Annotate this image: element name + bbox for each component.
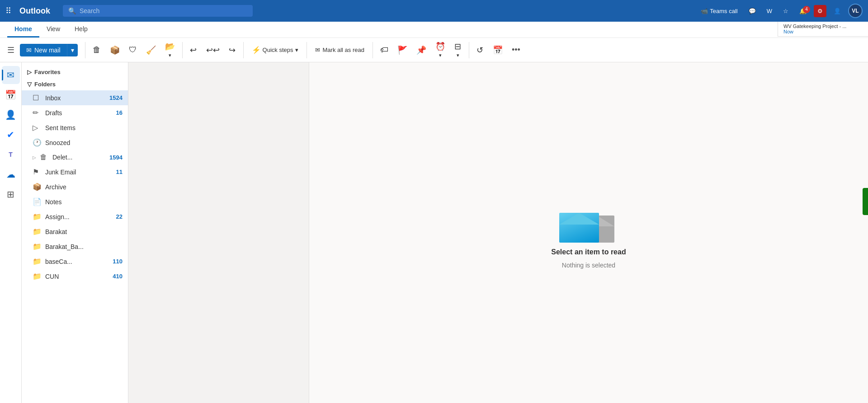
deleted-expand-icon: ▷ (33, 155, 36, 160)
flag-btn[interactable]: 🚩 (394, 43, 411, 57)
folder-cun[interactable]: 📁 CUN 410 (22, 269, 128, 284)
envelope-front (559, 213, 599, 243)
favorites-label: Favorites (34, 69, 61, 75)
feedback-icon: ☆ (783, 8, 788, 14)
sweep-icon: 🧹 (146, 45, 156, 55)
delete-icon: 🗑 (93, 45, 101, 55)
folder-assign[interactable]: 📁 Assign... 22 (22, 209, 128, 224)
more-options-btn[interactable]: ••• (508, 43, 524, 56)
undo-btn[interactable]: ↩ (186, 43, 201, 57)
avatar[interactable]: VL (848, 4, 863, 18)
inbox-icon: ☐ (33, 94, 42, 102)
nav-calendar[interactable]: 📅 (2, 86, 20, 104)
notifications-btn[interactable]: 🔔 4 (796, 6, 810, 16)
favorites-section[interactable]: ▷ Favorites (22, 66, 128, 78)
search-input[interactable] (80, 7, 247, 14)
calendar-add-btn[interactable]: 📅 (489, 43, 506, 57)
new-mail-main[interactable]: ✉ New mail (20, 44, 67, 56)
barakat-icon: 📁 (33, 227, 42, 236)
folder-sent[interactable]: ▷ Sent Items (22, 120, 128, 135)
filter-icon: ⊟ (454, 42, 461, 52)
snoozed-folder-icon: 🕐 (33, 138, 42, 147)
folder-deleted-count: 1594 (109, 154, 123, 161)
move-to-btn[interactable]: 📂 ▾ (161, 40, 179, 60)
user-status-btn[interactable]: 👤 (830, 6, 844, 16)
assign-icon: 📁 (33, 212, 42, 221)
notes-icon: 📄 (33, 197, 42, 206)
mark-all-read-btn[interactable]: ✉ Mark all as read (311, 45, 369, 55)
folder-archive[interactable]: 📦 Archive (22, 179, 128, 194)
nav-teams[interactable]: T (2, 145, 20, 164)
folder-deleted[interactable]: ▷ 🗑 Delet... 1594 (22, 150, 128, 164)
app-grid-icon[interactable]: ⠿ (5, 6, 11, 16)
snooze-icon: ⏰ (435, 42, 445, 52)
nav-onedrive[interactable]: ☁ (2, 165, 20, 183)
folder-drafts-count: 16 (116, 109, 123, 116)
new-mail-dropdown-btn[interactable]: ▾ (67, 44, 78, 56)
folder-drafts[interactable]: ✏ Drafts 16 (22, 105, 128, 120)
sweep-btn[interactable]: 🧹 (142, 43, 160, 57)
video-call-btn[interactable]: 📹 Teams call (697, 6, 741, 16)
folder-assign-count: 22 (116, 213, 123, 220)
folders-label: Folders (34, 81, 56, 88)
folder-drafts-name: Drafts (45, 109, 113, 117)
folder-junk[interactable]: ⚑ Junk Email 11 (22, 164, 128, 179)
nav-tasks[interactable]: ✔ (2, 126, 20, 144)
settings-btn[interactable]: ⚙ (814, 5, 826, 17)
separator-2 (182, 42, 183, 58)
notification-time: Now (783, 29, 863, 34)
ribbon: Home View Help ∧ ☰ ✉ New mail ▾ 🗑 📦 🛡 (0, 22, 868, 62)
folder-inbox-name: Inbox (45, 94, 106, 102)
redo-btn[interactable]: ↪ (225, 43, 240, 57)
nav-people[interactable]: 👤 (2, 106, 20, 124)
folder-barakat[interactable]: 📁 Barakat (22, 224, 128, 239)
separator-6 (469, 42, 469, 58)
apps-icon: ⊞ (7, 189, 14, 200)
empty-state: Select an item to read Nothing is select… (551, 197, 626, 269)
snooze-btn[interactable]: ⏰ ▾ (432, 40, 449, 60)
new-mail-button[interactable]: ✉ New mail ▾ (20, 44, 78, 56)
pin-btn[interactable]: 📌 (413, 43, 430, 57)
delete-btn[interactable]: 🗑 (89, 43, 104, 56)
report-btn[interactable]: 🛡 (125, 43, 141, 56)
folder-baseca[interactable]: 📁 baseCa... 110 (22, 254, 128, 269)
left-nav: ✉ 📅 👤 ✔ T ☁ ⊞ (0, 62, 22, 403)
chat-btn[interactable]: 💬 (745, 6, 760, 16)
ribbon-toolbar: ☰ ✉ New mail ▾ 🗑 📦 🛡 🧹 (0, 38, 868, 62)
folder-cun-name: CUN (45, 273, 109, 280)
undo2-btn[interactable]: ↺ (473, 43, 487, 57)
folders-section[interactable]: ▽ Folders (22, 78, 128, 90)
folder-notes[interactable]: 📄 Notes (22, 194, 128, 209)
calendar-icon: 📅 (5, 89, 16, 100)
nav-apps[interactable]: ⊞ (2, 185, 20, 203)
quick-steps-btn[interactable]: ⚡ Quick steps ▾ (247, 44, 303, 56)
archive-btn[interactable]: 📦 (106, 43, 123, 57)
menu-toggle-btn[interactable]: ☰ (4, 42, 18, 58)
feedback-btn[interactable]: ☆ (779, 6, 792, 16)
tab-view[interactable]: View (39, 22, 67, 37)
shield-icon: 🛡 (129, 45, 137, 55)
search-box[interactable]: 🔍 (63, 5, 253, 17)
folder-barakat-ba[interactable]: 📁 Barakat_Ba... (22, 239, 128, 254)
tab-home[interactable]: Home (7, 22, 39, 37)
pin-icon: 📌 (416, 45, 426, 55)
chevron-down-icon: ▾ (71, 47, 74, 54)
titlebar: ⠿ Outlook 🔍 📹 Teams call 💬 W ☆ 🔔 4 ⚙ 👤 V… (0, 0, 868, 22)
word-btn[interactable]: W (763, 6, 776, 16)
new-mail-label: New mail (34, 47, 61, 54)
filter-btn[interactable]: ⊟ ▾ (451, 40, 465, 60)
folder-barakat-ba-name: Barakat_Ba... (45, 243, 119, 250)
nav-mail[interactable]: ✉ (2, 66, 20, 84)
word-icon: W (767, 8, 772, 14)
folder-inbox[interactable]: ☐ Inbox 1524 (22, 90, 128, 105)
folder-snoozed[interactable]: 🕐 Snoozed (22, 135, 128, 150)
tag-btn[interactable]: 🏷 (377, 43, 392, 56)
move-chevron-icon: ▾ (169, 52, 171, 58)
tab-help[interactable]: Help (67, 22, 95, 37)
notification-area: WV Gatekeeping Project - ... Now (778, 22, 868, 37)
user-status-icon: 👤 (834, 8, 841, 14)
reply-all-btn[interactable]: ↩↩ (203, 43, 223, 57)
folder-pane: ▷ Favorites ▽ Folders ☐ Inbox 1524 ✏ Dra… (22, 62, 128, 403)
baseca-icon: 📁 (33, 257, 42, 266)
green-side-tab[interactable] (863, 188, 868, 215)
